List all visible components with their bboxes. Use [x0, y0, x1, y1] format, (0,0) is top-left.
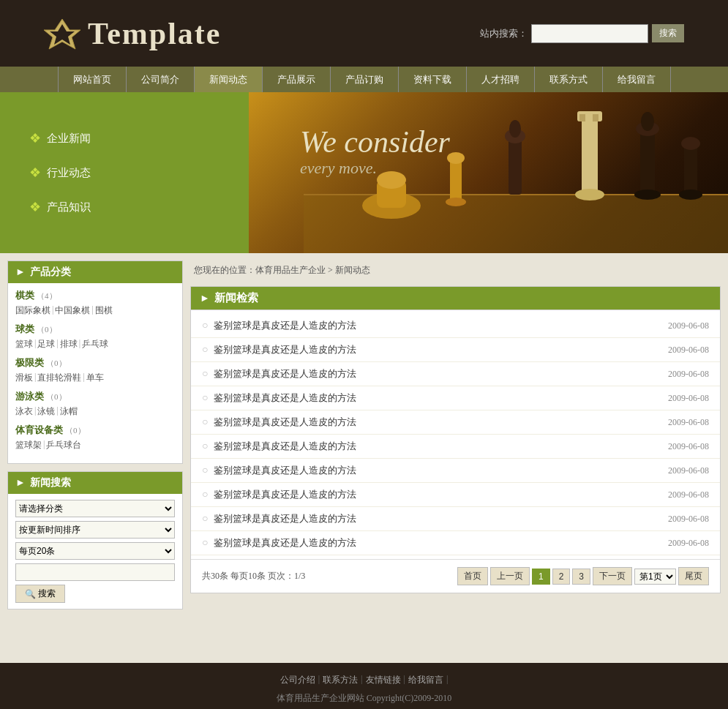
- news-item-title[interactable]: 鉴别篮球是真皮还是人造皮的方法: [214, 512, 356, 525]
- cat-item-volleyball[interactable]: 排球: [60, 338, 78, 350]
- product-category-title: 产品分类: [30, 266, 71, 279]
- page-num-1[interactable]: 1: [532, 569, 550, 585]
- footer-links: 公司介绍 | 联系方法 | 友情链接 | 给我留言 |: [0, 674, 728, 686]
- news-item-title[interactable]: 鉴别篮球是真皮还是人造皮的方法: [214, 391, 356, 405]
- svg-rect-19: [450, 158, 462, 202]
- cat-item-international-chess[interactable]: 国际象棋: [15, 304, 50, 317]
- nav-item-order[interactable]: 产品订购: [331, 67, 399, 92]
- cat-item-inline-skates[interactable]: 直排轮滑鞋: [37, 372, 81, 384]
- news-search-body: 请选择分类 按更新时间排序 每页20条 🔍 搜索: [8, 494, 182, 609]
- news-search-header: ► 新闻搜索: [8, 472, 182, 494]
- cat-item-pingpong-table[interactable]: 乒乓球台: [46, 439, 81, 451]
- cat-item-basketball-stand[interactable]: 篮球架: [15, 439, 42, 451]
- footer-link-message[interactable]: 给我留言: [408, 674, 443, 686]
- cat-item-goggles[interactable]: 泳镜: [37, 405, 55, 418]
- nav-item-about[interactable]: 公司简介: [127, 67, 195, 92]
- category-name-equipment: 体育设备类: [15, 424, 63, 435]
- news-item-title[interactable]: 鉴别篮球是真皮还是人造皮的方法: [214, 319, 356, 332]
- news-search-icon: ►: [15, 477, 26, 489]
- news-search-title: 新闻搜索: [30, 476, 71, 489]
- product-category-section: ► 产品分类 棋类 （4） 国际象棋 | 中国象棋 | 围棋: [7, 260, 183, 464]
- category-group-ball: 球类 （0） 篮球 | 足球 | 排球 | 乒乓球: [15, 323, 175, 350]
- page-next-btn[interactable]: 下一页: [593, 567, 632, 585]
- banner-link-enterprise-news[interactable]: ❖ 企业新闻: [29, 130, 219, 146]
- news-item-date: 2009-06-08: [668, 417, 709, 428]
- navigation: 网站首页 公司简介 新闻动态 产品展示 产品订购 资料下载 人才招聘 联系方式 …: [0, 67, 728, 92]
- cat-item-football[interactable]: 足球: [37, 338, 55, 350]
- cat-item-go[interactable]: 围棋: [95, 304, 113, 317]
- footer-link-friendship[interactable]: 友情链接: [366, 674, 401, 686]
- cat-item-swimsuit[interactable]: 泳衣: [15, 405, 33, 418]
- news-bullet: ○: [202, 513, 208, 525]
- category-group-equipment: 体育设备类 （0） 篮球架 | 乒乓球台: [15, 424, 175, 451]
- news-item-title[interactable]: 鉴别篮球是真皮还是人造皮的方法: [214, 536, 356, 549]
- sidebar: ► 产品分类 棋类 （4） 国际象棋 | 中国象棋 | 围棋: [0, 253, 190, 663]
- svg-rect-15: [640, 129, 655, 195]
- banner-link-label: 行业动态: [47, 166, 91, 180]
- nav-item-download[interactable]: 资料下载: [399, 67, 467, 92]
- news-list-item: ○ 鉴别篮球是真皮还是人造皮的方法 2009-06-08: [191, 483, 720, 507]
- page-last-btn[interactable]: 尾页: [678, 567, 709, 585]
- cat-item-swim-cap[interactable]: 泳帽: [60, 405, 78, 418]
- page-prev-btn[interactable]: 上一页: [490, 567, 530, 585]
- banner-link-industry-news[interactable]: ❖ 行业动态: [29, 165, 219, 181]
- news-item-title[interactable]: 鉴别篮球是真皮还是人造皮的方法: [214, 416, 356, 429]
- news-item-title[interactable]: 鉴别篮球是真皮还是人造皮的方法: [214, 343, 356, 356]
- news-bullet: ○: [202, 392, 208, 404]
- banner-link-product-knowledge[interactable]: ❖ 产品知识: [29, 199, 219, 215]
- news-bullet: ○: [202, 440, 208, 452]
- svg-point-23: [681, 137, 700, 150]
- cat-item-skateboard[interactable]: 滑板: [15, 372, 33, 384]
- nav-item-recruit[interactable]: 人才招聘: [467, 67, 535, 92]
- search-label: 站内搜索：: [480, 27, 528, 40]
- news-list-item: ○ 鉴别篮球是真皮还是人造皮的方法 2009-06-08: [191, 314, 720, 338]
- product-category-header: ► 产品分类: [8, 261, 182, 283]
- keyword-input[interactable]: [15, 563, 175, 581]
- news-bullet: ○: [202, 344, 208, 356]
- news-search-button[interactable]: 🔍 搜索: [15, 585, 65, 603]
- logo-text: Template: [88, 16, 221, 51]
- svg-rect-7: [509, 136, 522, 195]
- news-item-title[interactable]: 鉴别篮球是真皮还是人造皮的方法: [214, 464, 356, 477]
- cat-item-basketball[interactable]: 篮球: [15, 338, 33, 350]
- page-controls: 首页 上一页 1 2 3 下一页 第1页 第2页 第3页 尾页: [457, 567, 709, 585]
- news-list-item: ○ 鉴别篮球是真皮还是人造皮的方法 2009-06-08: [191, 507, 720, 531]
- breadcrumb: 您现在的位置：体育用品生产企业 > 新闻动态: [190, 260, 721, 280]
- arrow-icon: ❖: [29, 165, 41, 181]
- banner-left: ❖ 企业新闻 ❖ 行业动态 ❖ 产品知识: [0, 92, 249, 253]
- nav-item-products[interactable]: 产品展示: [263, 67, 331, 92]
- news-item-title[interactable]: 鉴别篮球是真皮还是人造皮的方法: [214, 367, 356, 380]
- news-section-icon: ►: [200, 293, 210, 304]
- news-item-date: 2009-06-08: [668, 393, 709, 404]
- page-num-3[interactable]: 3: [572, 569, 590, 585]
- page-jump-select[interactable]: 第1页 第2页 第3页: [634, 569, 676, 585]
- news-list-item: ○ 鉴别篮球是真皮还是人造皮的方法 2009-06-08: [191, 435, 720, 459]
- page-num-2[interactable]: 2: [552, 569, 571, 585]
- news-item-date: 2009-06-08: [668, 369, 709, 380]
- footer-link-about[interactable]: 公司介绍: [280, 674, 315, 686]
- category-name-chess: 棋类: [15, 290, 34, 301]
- news-list-item: ○ 鉴别篮球是真皮还是人造皮的方法 2009-06-08: [191, 338, 720, 362]
- news-item-title[interactable]: 鉴别篮球是真皮还是人造皮的方法: [214, 440, 356, 453]
- nav-item-home[interactable]: 网站首页: [58, 67, 127, 92]
- sort-filter-select[interactable]: 按更新时间排序: [15, 521, 175, 539]
- banner: ❖ 企业新闻 ❖ 行业动态 ❖ 产品知识 We consider every m…: [0, 92, 728, 253]
- svg-point-21: [446, 198, 466, 206]
- pagination: 共30条 每页10条 页次：1/3 首页 上一页 1 2 3 下一页 第1页 第…: [191, 559, 720, 593]
- footer-link-contact[interactable]: 联系方法: [323, 674, 358, 686]
- news-item-title[interactable]: 鉴别篮球是真皮还是人造皮的方法: [214, 488, 356, 501]
- nav-item-news[interactable]: 新闻动态: [195, 67, 263, 92]
- logo: Template: [44, 15, 221, 52]
- search-input[interactable]: [531, 24, 648, 43]
- cat-item-pingpong[interactable]: 乒乓球: [82, 338, 108, 350]
- pagination-info: 共30条 每页10条 页次：1/3: [202, 570, 305, 582]
- cat-item-bike[interactable]: 单车: [86, 372, 104, 384]
- page-size-select[interactable]: 每页20条: [15, 542, 175, 560]
- nav-item-contact[interactable]: 联系方式: [535, 67, 603, 92]
- page-first-btn[interactable]: 首页: [457, 567, 488, 585]
- search-button[interactable]: 搜索: [652, 24, 684, 42]
- svg-rect-12: [579, 114, 585, 121]
- nav-item-message[interactable]: 给我留言: [603, 67, 671, 92]
- category-filter-select[interactable]: 请选择分类: [15, 500, 175, 517]
- cat-item-chinese-chess[interactable]: 中国象棋: [55, 304, 90, 317]
